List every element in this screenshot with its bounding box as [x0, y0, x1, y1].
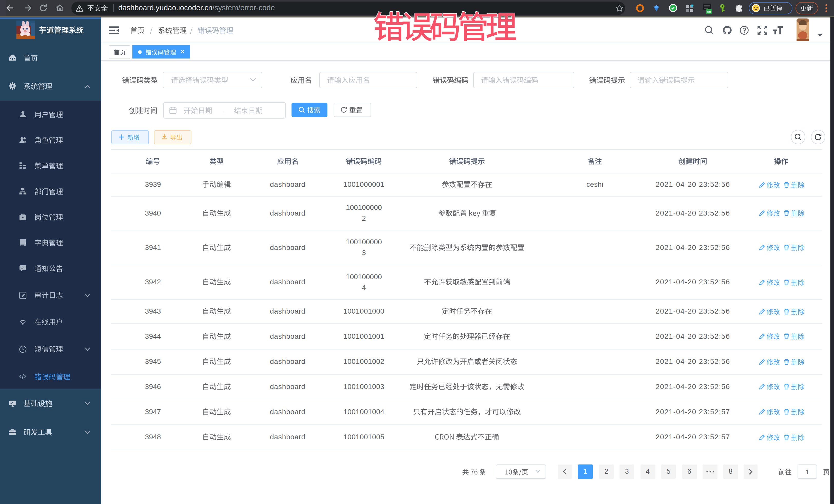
svg-text:on: on: [707, 10, 711, 14]
